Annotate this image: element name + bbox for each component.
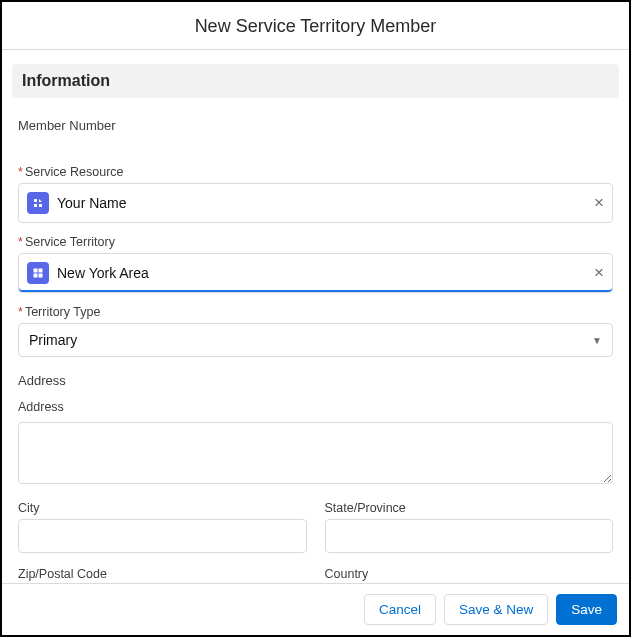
clear-service-resource-icon[interactable]: × [594,193,604,213]
service-territory-label: *Service Territory [18,235,613,249]
field-service-territory: *Service Territory New York Area × [18,235,613,293]
address-label: Address [18,400,613,414]
row-zip-country: Zip/Postal Code Country [18,567,613,583]
field-country: Country [325,567,614,583]
chevron-down-icon: ▼ [592,335,602,346]
address-heading: Address [18,373,613,388]
field-state: State/Province [325,501,614,553]
service-resource-lookup[interactable]: Your Name × [18,183,613,223]
state-label: State/Province [325,501,614,515]
service-territory-lookup[interactable]: New York Area × [18,253,613,293]
service-resource-label: *Service Resource [18,165,613,179]
section-header-information: Information [12,64,619,98]
field-territory-type: *Territory Type Primary ▼ [18,305,613,357]
address-textarea[interactable] [18,422,613,484]
member-number-label: Member Number [18,118,613,133]
required-indicator: * [18,235,23,249]
state-input[interactable] [325,519,614,553]
modal-footer: Cancel Save & New Save [2,583,629,635]
section-title: Information [22,72,609,90]
field-service-resource: *Service Resource Your Name × [18,165,613,223]
form: Member Number *Service Resource Your Nam… [12,98,619,583]
territory-type-value: Primary [29,332,77,348]
required-indicator: * [18,165,23,179]
row-city-state: City State/Province [18,501,613,553]
field-address: Address [18,400,613,487]
save-and-new-button[interactable]: Save & New [444,594,548,625]
modal-title: New Service Territory Member [2,16,629,37]
required-indicator: * [18,305,23,319]
country-label: Country [325,567,614,581]
field-zip: Zip/Postal Code [18,567,307,583]
city-input[interactable] [18,519,307,553]
modal-header: New Service Territory Member [2,2,629,50]
territory-icon [27,262,49,284]
territory-type-label: *Territory Type [18,305,613,319]
territory-type-select[interactable]: Primary ▼ [18,323,613,357]
service-territory-value: New York Area [57,265,586,281]
new-service-territory-member-modal: New Service Territory Member Information… [0,0,631,637]
zip-label: Zip/Postal Code [18,567,307,581]
clear-service-territory-icon[interactable]: × [594,263,604,283]
field-city: City [18,501,307,553]
cancel-button[interactable]: Cancel [364,594,436,625]
modal-body: Information Member Number *Service Resou… [2,50,629,583]
city-label: City [18,501,307,515]
resource-icon [27,192,49,214]
save-button[interactable]: Save [556,594,617,625]
service-resource-value: Your Name [57,195,586,211]
